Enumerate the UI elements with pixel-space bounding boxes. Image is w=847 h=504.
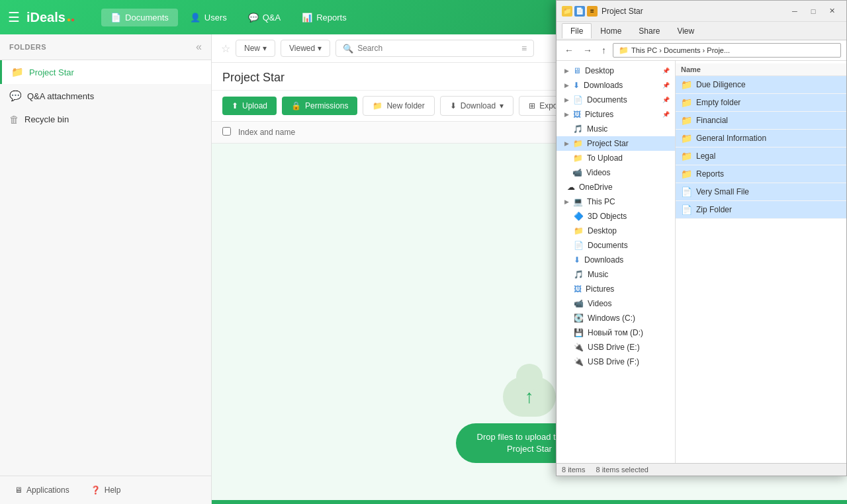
explorer-nav-videos2[interactable]: 📹 Videos xyxy=(557,296,675,311)
sidebar: FOLDERS « 📁 Project Star 💬 Q&A attachmen… xyxy=(0,34,212,504)
applications-icon: 🖥 xyxy=(15,485,22,495)
address-bar-input[interactable]: 📁 This PC › Documents › Proje... xyxy=(613,43,841,58)
file-icon: 📄 xyxy=(681,204,692,215)
nav-item-qa[interactable]: 💬 Q&A xyxy=(239,9,290,26)
hamburger-menu-button[interactable]: ☰ xyxy=(8,9,20,25)
ribbon-tab-home[interactable]: Home xyxy=(592,23,630,38)
explorer-nav-music[interactable]: ▶ 🎵 Music xyxy=(557,122,675,136)
explorer-nav-windows-c[interactable]: 💽 Windows (C:) xyxy=(557,311,675,325)
folder-icon: 📁 xyxy=(573,153,583,163)
sidebar-item-project-star[interactable]: 📁 Project Star xyxy=(0,60,211,84)
file-item-reports[interactable]: 📁 Reports xyxy=(676,165,846,183)
explorer-nav-music2[interactable]: 🎵 Music xyxy=(557,267,675,282)
explorer-nav-to-upload[interactable]: ▶ 📁 To Upload xyxy=(557,151,675,165)
viewed-button[interactable]: Viewed ▾ xyxy=(281,40,330,57)
explorer-nav-new-tom[interactable]: 💾 Новый том (D:) xyxy=(557,325,675,340)
minimize-button[interactable]: ─ xyxy=(785,4,804,19)
explorer-nav-pictures[interactable]: ▶ 🖼 Pictures 📌 xyxy=(557,107,675,122)
downloads-icon: ⬇ xyxy=(573,81,580,90)
sidebar-header: FOLDERS « xyxy=(0,34,211,60)
help-button[interactable]: ❓ Help xyxy=(85,483,126,497)
ribbon-tab-file[interactable]: File xyxy=(562,23,592,38)
nav-item-users[interactable]: 👤 Users xyxy=(181,9,236,26)
back-button[interactable]: ← xyxy=(562,44,576,57)
explorer-nav-videos[interactable]: 📹 Videos xyxy=(557,165,675,180)
explorer-nav-usb-e[interactable]: 🔌 USB Drive (E:) xyxy=(557,340,675,355)
new-folder-button[interactable]: 📁 New folder xyxy=(363,96,434,116)
recycle-bin-icon: 🗑 xyxy=(9,114,19,125)
cloud-upload-icon: ↑ xyxy=(503,377,556,417)
file-item-due-diligence[interactable]: 📁 Due Diligence xyxy=(676,76,846,94)
explorer-nav-3d-objects[interactable]: 🔷 3D Objects xyxy=(557,209,675,224)
pc-icon: 💻 xyxy=(573,197,583,206)
sidebar-item-qa-attachments[interactable]: 💬 Q&A attachments xyxy=(0,84,211,108)
chevron-down-icon: ▾ xyxy=(500,101,504,110)
download-button[interactable]: ⬇ Download ▾ xyxy=(440,96,513,116)
videos-icon: 📹 xyxy=(572,168,582,177)
new-button[interactable]: New ▾ xyxy=(236,40,275,57)
chevron-right-icon: ▶ xyxy=(564,111,569,118)
file-item-legal[interactable]: 📁 Legal xyxy=(676,147,846,165)
filter-icon[interactable]: ≡ xyxy=(521,43,527,54)
upload-button[interactable]: ⬆ Upload xyxy=(222,97,277,115)
usb-icon: 🔌 xyxy=(574,343,584,352)
applications-button[interactable]: 🖥 Applications xyxy=(9,483,75,497)
sidebar-title: FOLDERS xyxy=(9,43,46,51)
file-item-financial[interactable]: 📁 Financial xyxy=(676,112,846,130)
explorer-nav-downloads2[interactable]: ⬇ Downloads xyxy=(557,253,675,267)
download-icon: ⬇ xyxy=(450,101,457,110)
explorer-nav-onedrive[interactable]: ☁ OneDrive xyxy=(557,180,675,194)
folder-icon: 📁 xyxy=(681,151,692,161)
explorer-nav-desktop[interactable]: ▶ 🖥 Desktop 📌 xyxy=(557,63,675,78)
sidebar-item-label: Q&A attachments xyxy=(27,91,94,101)
folder-icon: 📁 xyxy=(681,169,692,179)
file-icon: 📄 xyxy=(681,187,692,197)
videos-icon: 📹 xyxy=(574,299,584,308)
nav-item-reports[interactable]: 📊 Reports xyxy=(292,9,356,26)
users-icon: 👤 xyxy=(190,13,201,22)
folder-icon: 📁 xyxy=(573,139,583,148)
explorer-nav-this-pc[interactable]: ▶ 💻 This PC xyxy=(557,194,675,209)
search-input[interactable] xyxy=(357,44,515,53)
explorer-nav-pictures2[interactable]: 🖼 Pictures xyxy=(557,282,675,296)
file-item-general-info[interactable]: 📁 General Information xyxy=(676,130,846,147)
explorer-nav-usb-f[interactable]: 🔌 USB Drive (F:) xyxy=(557,355,675,369)
pictures-icon: 🖼 xyxy=(573,110,581,119)
new-folder-icon: 📁 xyxy=(373,101,382,110)
explorer-titlebar: 📁 📄 ≡ Project Star ─ □ ✕ xyxy=(557,1,846,22)
star-button[interactable]: ☆ xyxy=(221,42,230,55)
windows-explorer-window: 📁 📄 ≡ Project Star ─ □ ✕ File Home Share… xyxy=(556,0,847,476)
explorer-nav-project-star[interactable]: ▶ 📁 Project Star xyxy=(557,136,675,151)
explorer-nav-downloads[interactable]: ▶ ⬇ Downloads 📌 xyxy=(557,78,675,93)
breadcrumb-text: This PC › Documents › Proje... xyxy=(631,46,730,54)
up-button[interactable]: ↑ xyxy=(599,44,609,57)
app-logo-left: iDeals●● xyxy=(26,10,75,25)
file-item-very-small-file[interactable]: 📄 Very Small File xyxy=(676,183,846,201)
sidebar-item-recycle-bin[interactable]: 🗑 Recycle bin xyxy=(0,108,211,131)
explorer-icon-folder: ≡ xyxy=(587,6,598,17)
sidebar-item-label: Project Star xyxy=(29,67,74,77)
sidebar-collapse-button[interactable]: « xyxy=(196,41,202,53)
explorer-ribbon: File Home Share View xyxy=(557,22,846,40)
permissions-button[interactable]: 🔒 Permissions xyxy=(282,97,357,115)
ribbon-tab-view[interactable]: View xyxy=(668,23,703,38)
files-header: Name xyxy=(676,63,846,76)
ribbon-tab-share[interactable]: Share xyxy=(630,23,668,38)
explorer-nav-desktop2[interactable]: 📁 Desktop xyxy=(557,224,675,238)
folder-icon: 📁 xyxy=(681,97,692,108)
close-button[interactable]: ✕ xyxy=(823,4,841,19)
explorer-nav-documents2[interactable]: 📄 Documents xyxy=(557,238,675,253)
music-icon: 🎵 xyxy=(573,124,583,134)
usb-icon: 🔌 xyxy=(574,357,584,366)
file-item-empty-folder[interactable]: 📁 Empty folder xyxy=(676,94,846,112)
file-item-zip-folder[interactable]: 📄 Zip Folder xyxy=(676,201,846,219)
forward-button[interactable]: → xyxy=(580,44,595,57)
selected-count: 8 items selected xyxy=(596,466,648,474)
explorer-file-list: Name 📁 Due Diligence 📁 Empty folder 📁 Fi… xyxy=(676,61,846,463)
nav-item-documents[interactable]: 📄 Documents xyxy=(101,9,178,26)
maximize-button[interactable]: □ xyxy=(804,4,823,19)
sidebar-item-label: Recycle bin xyxy=(24,114,69,124)
chevron-right-icon: ▶ xyxy=(564,82,569,89)
select-all-checkbox[interactable] xyxy=(222,127,238,138)
explorer-nav-documents[interactable]: ▶ 📄 Documents 📌 xyxy=(557,93,675,107)
